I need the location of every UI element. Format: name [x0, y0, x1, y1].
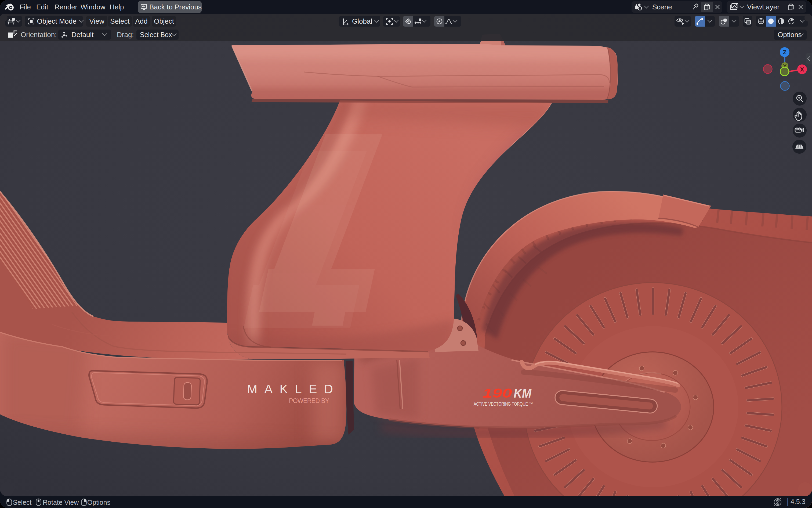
svg-text:X: X: [800, 66, 804, 73]
svg-text:ACTIVE VECTORING TORQUE ™: ACTIVE VECTORING TORQUE ™: [473, 401, 533, 407]
svg-text:Z: Z: [783, 49, 786, 56]
svg-text:KM: KM: [514, 386, 532, 400]
svg-text:190: 190: [483, 386, 512, 400]
svg-text:POWERED BY: POWERED BY: [289, 397, 329, 404]
